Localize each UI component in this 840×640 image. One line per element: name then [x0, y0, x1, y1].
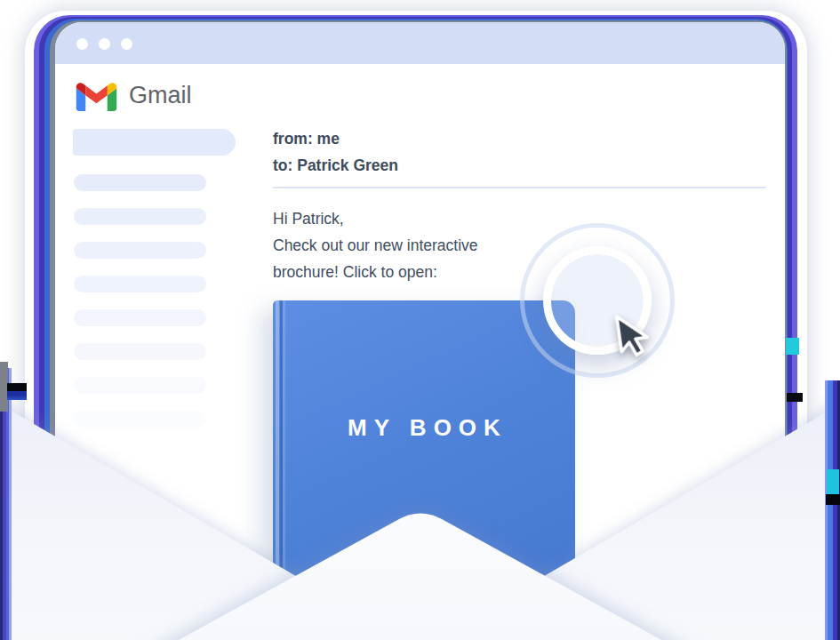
- email-body-line: brochure! Click to open:: [273, 259, 478, 285]
- window-titlebar: [55, 22, 785, 64]
- email-greeting: Hi Patrick,: [273, 205, 478, 232]
- sidebar-selected-item-placeholder[interactable]: [73, 129, 236, 156]
- sidebar-item-placeholder: [74, 411, 206, 428]
- window-controls[interactable]: [76, 38, 132, 50]
- glitch-black-box: [826, 494, 840, 505]
- sidebar-item-placeholder: [74, 276, 206, 292]
- glitch-black-accent: [787, 393, 803, 402]
- sidebar-item-placeholder: [74, 208, 206, 225]
- email-divider: [273, 187, 766, 188]
- gmail-logo-icon: [76, 80, 117, 111]
- browser-window: Gmail from: me to: Patrick Green Hi Patr…: [55, 22, 785, 591]
- sidebar-item-placeholder: [74, 309, 206, 326]
- email-from: from: me: [273, 125, 398, 152]
- gmail-wordmark: Gmail: [129, 82, 192, 109]
- email-body: Hi Patrick, Check out our new interactiv…: [273, 205, 478, 285]
- illustration-stage: Gmail from: me to: Patrick Green Hi Patr…: [0, 0, 840, 640]
- sidebar-item-placeholder: [74, 377, 206, 394]
- glitch-strip-right: [825, 380, 840, 640]
- gmail-brand: Gmail: [76, 80, 192, 111]
- brochure-book[interactable]: MY BOOK: [273, 300, 575, 591]
- email-to: to: Patrick Green: [273, 152, 398, 179]
- email-body-line: Check out our new interactive: [273, 232, 478, 259]
- glitch-navy-box: [7, 383, 27, 400]
- glitch-teal-accent: [786, 338, 799, 355]
- glitch-teal-box: [827, 469, 839, 496]
- window-control-dot[interactable]: [76, 38, 88, 50]
- book-spine: [276, 300, 279, 591]
- email-header: from: me to: Patrick Green: [273, 125, 398, 179]
- sidebar-item-placeholder: [74, 174, 206, 191]
- window-control-dot[interactable]: [99, 38, 110, 50]
- sidebar-item-placeholder: [74, 343, 206, 360]
- sidebar-item-placeholder: [74, 242, 206, 259]
- cursor-arrow-icon: [611, 309, 654, 362]
- book-spine-highlight: [283, 300, 285, 591]
- book-title: MY BOOK: [273, 414, 575, 442]
- window-control-dot[interactable]: [121, 38, 132, 50]
